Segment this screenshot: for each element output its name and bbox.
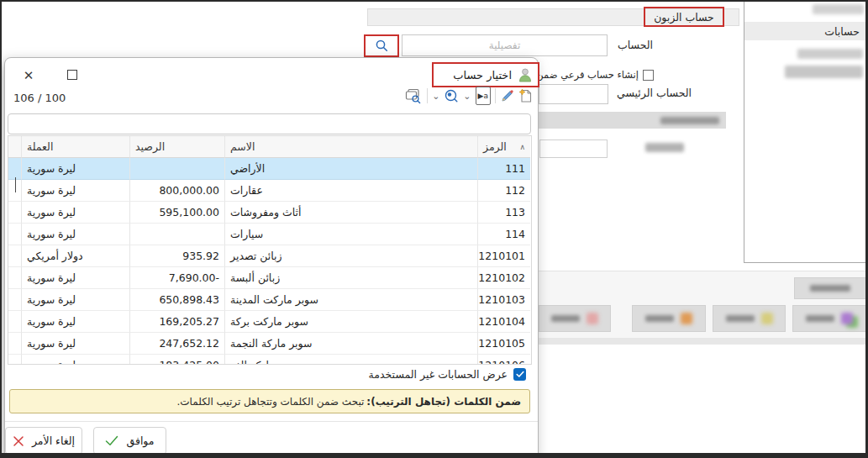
chevron-down-icon[interactable]: ⌄ [463,87,471,105]
dialog-search-input[interactable] [8,113,531,134]
cell-balance: 169,205.27 [129,311,224,333]
cell-currency: ليرة سورية [21,289,129,311]
table-row[interactable]: ليرة سورية 7,690.00- زبائن ألبسة 1210102 [8,267,531,289]
row-gutter [8,355,21,365]
text-caret [15,177,16,192]
screen: حساب الزبون الحساب تفصيلية إنشاء حساب فر… [0,0,868,458]
cell-currency: ليرة سورية [21,180,129,202]
dialog-toolbar: ⌄ ⌄ ▶a [405,85,533,107]
table-row[interactable]: ليرة سورية الأراضي 111 [8,158,531,180]
customer-account-title: حساب الزبون [644,7,724,27]
blurred-section-title [660,117,719,124]
create-sub-account-label: إنشاء حساب فرعي ضمن الحساب [539,69,639,81]
table-row[interactable]: ليرة سورية 169,205.27 سوبر ماركت بركة 12… [8,311,531,333]
section-header-bar [539,112,726,129]
cell-balance: 650,898.43 [129,289,224,311]
show-unused-row: عرض الحسابات غير المستخدمة [369,368,526,381]
account-input-placeholder: تفصيلية [489,39,520,51]
blurred-label [645,315,674,322]
cell-balance: 7,690.00- [129,267,224,289]
cell-balance: 247,652.12 [129,333,224,355]
account-search-button[interactable] [364,34,399,57]
table-row[interactable]: ليرة سورية 595,100.00 أثاث ومفروشات 113 [8,202,531,224]
dialog-close-button[interactable]: ✕ [18,66,39,86]
cancel-button[interactable]: إلغاء الأمر [5,427,82,455]
blurred-field-input[interactable] [539,140,608,158]
create-sub-account-row: إنشاء حساب فرعي ضمن الحساب [539,68,654,82]
table-row[interactable]: ليرة سورية 800,000.00 عقارات 112 [8,180,531,202]
table-row[interactable]: ليرة سورية 650,898.43 سوبر ماركت المدينة… [8,289,531,311]
cell-name: سوبر ماركت بركة [224,311,477,333]
cell-currency: ليرة سورية [21,333,129,355]
goto-field-icon[interactable]: ▶a [476,87,491,105]
cell-balance [129,158,224,180]
header-balance[interactable]: الرصيد [129,136,224,158]
cell-code: 114 [477,224,530,245]
blurred-button[interactable] [539,305,611,332]
show-unused-label: عرض الحسابات غير المستخدمة [369,368,508,381]
frame-edge-left [0,0,2,458]
cell-balance: 183,425.00 [129,355,224,365]
dialog-titlebar: اختيار حساب [432,62,539,87]
header-code[interactable]: ∧ الرمز [477,136,530,158]
blurred-icon [841,313,853,324]
cell-currency: ليرة سورية [21,355,129,365]
chevron-down-icon[interactable]: ⌄ [432,87,439,105]
blurred-label [726,315,755,322]
accounts-panel-titlebar[interactable]: حسابات [744,22,865,40]
cell-code: 113 [477,202,530,224]
cell-name: عقارات [224,180,477,202]
table-row[interactable]: دولار أمريكي 935.92 زبائن تصدير 1210101 [8,245,531,267]
cell-name: سيارات [224,224,477,245]
table-row[interactable]: ليرة سورية 183,425.00 سوبر ماركة الغد 12… [8,355,531,365]
table-row[interactable]: ليرة سورية 247,652.12 سوبر ماركة النجمة … [8,333,531,355]
row-gutter [8,333,21,355]
edit-pencil-icon[interactable] [500,87,514,105]
main-account-input[interactable] [539,84,608,104]
sort-asc-icon: ∧ [519,143,525,151]
accounts-table: العملة الرصيد الاسم ∧ الرمز ليرة سورية ا… [8,135,532,365]
dialog-title: اختيار حساب [453,69,512,82]
create-sub-account-checkbox[interactable] [643,70,654,81]
cell-currency: ليرة سورية [21,158,129,180]
header-name[interactable]: الاسم [224,136,477,158]
blurred-panel-item[interactable] [797,49,863,59]
blurred-icon [587,313,598,324]
search-icon [375,37,389,55]
dialog-maximize-button[interactable] [67,70,77,80]
cell-name: زبائن تصدير [224,245,477,267]
blurred-label [810,285,850,292]
cancel-x-icon [13,432,24,450]
account-input[interactable]: تفصيلية [402,34,608,56]
table-row[interactable]: ليرة سورية سيارات 114 [8,224,531,245]
main-account-label: الحساب الرئيسي [617,87,687,99]
blurred-button[interactable] [632,305,706,332]
cell-code: 1210105 [477,333,530,355]
row-gutter [8,311,21,333]
cell-balance: 935.92 [129,245,224,267]
header-gutter [8,136,21,158]
header-currency[interactable]: العملة [21,136,129,158]
cell-name: سوبر ماركة الغد [224,355,477,365]
cell-name: سوبر ماركة النجمة [224,333,477,355]
cell-currency: ليرة سورية [21,224,129,245]
select-account-dialog: ✕ اختيار حساب 106 / 100 [4,57,539,458]
cell-code: 1210101 [477,245,530,267]
toolbar-separator [427,88,428,103]
cancel-label: إلغاء الأمر [32,434,75,447]
lens-view-icon[interactable] [444,87,459,105]
close-icon: ✕ [24,68,34,83]
row-gutter [8,202,21,224]
blurred-panel-item[interactable] [785,66,863,78]
blurred-button[interactable] [794,277,866,299]
cell-balance: 595,100.00 [129,202,224,224]
blurred-button[interactable] [792,305,866,332]
find-in-pages-icon[interactable] [405,87,423,105]
header-code-label: الرمز [483,140,507,153]
show-unused-checkbox[interactable] [513,368,526,381]
blurred-button[interactable] [713,305,786,332]
ok-button[interactable]: موافق [93,427,166,455]
new-record-icon[interactable] [518,87,533,105]
cell-name: الأراضي [224,158,477,180]
row-gutter [8,224,21,245]
